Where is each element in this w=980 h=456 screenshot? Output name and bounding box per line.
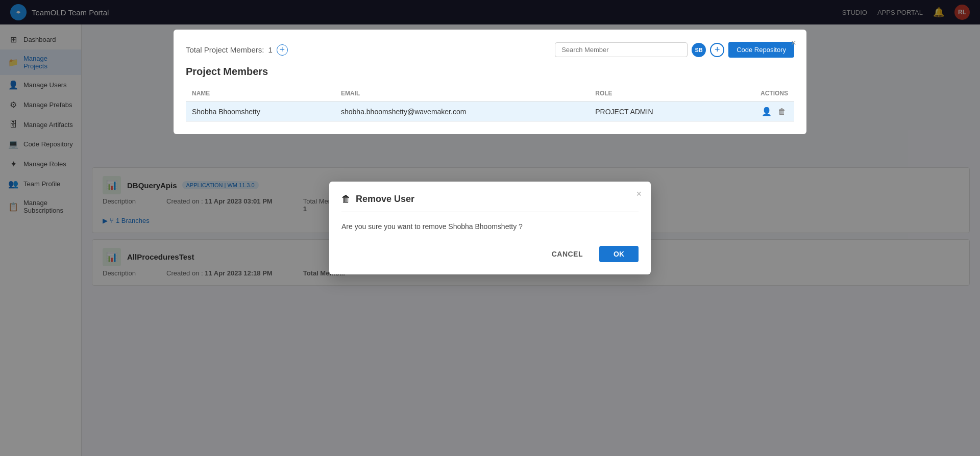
confirm-dialog-title: Remove User: [356, 194, 414, 205]
confirm-backdrop: 🗑 Remove User × Are you sure you want to…: [0, 0, 980, 456]
confirm-dialog-header: 🗑 Remove User: [341, 194, 639, 212]
confirm-dialog-body: Are you sure you want to remove Shobha B…: [341, 222, 639, 231]
confirm-dialog-close-button[interactable]: ×: [636, 189, 642, 199]
ok-button[interactable]: OK: [599, 246, 639, 262]
trash-icon: 🗑: [341, 194, 351, 205]
confirm-dialog-footer: CANCEL OK: [341, 246, 639, 262]
confirm-dialog: 🗑 Remove User × Are you sure you want to…: [329, 182, 651, 274]
cancel-button[interactable]: CANCEL: [542, 246, 593, 262]
